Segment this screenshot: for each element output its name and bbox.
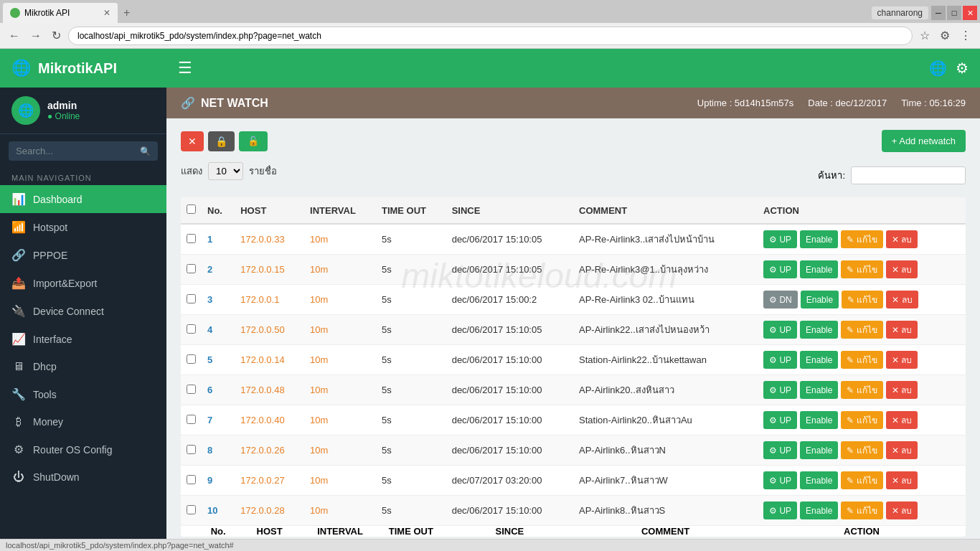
edit-button[interactable]: ✎ แก้ไข [842,291,883,309]
row-checkbox[interactable] [187,294,196,303]
row-checkbox[interactable] [187,385,196,394]
close-button[interactable]: ✕ [963,6,977,20]
menu-button[interactable]: ⋮ [957,26,974,45]
cell-action: ⚙ UP Enable ✎ แก้ไข ✕ ลบ [758,224,966,255]
status-button[interactable]: ⚙ DN [763,291,798,309]
delete-row-button[interactable]: ✕ ลบ [886,351,918,369]
lock-button[interactable]: 🔒 [208,131,235,151]
enable-button[interactable]: Enable [801,291,839,309]
row-checkbox[interactable] [187,234,196,243]
sidebar-item-importexport[interactable]: 📤 Import&Export [0,269,166,297]
status-button[interactable]: ⚙ UP [763,230,797,248]
search-input[interactable] [9,141,158,161]
enable-button[interactable]: Enable [800,411,838,429]
enable-button[interactable]: Enable [800,351,838,369]
delete-row-button[interactable]: ✕ ลบ [886,291,918,309]
cell-since: dec/06/2017 15:00:2 [446,285,573,315]
row-checkbox[interactable] [187,354,196,364]
status-button[interactable]: ⚙ UP [763,441,797,459]
edit-button[interactable]: ✎ แก้ไข [841,501,882,519]
enable-button[interactable]: Enable [800,321,838,339]
back-button[interactable]: ← [6,27,23,45]
cell-timeout: 5s [376,496,446,526]
unlock-button[interactable]: 🔓 [239,131,268,151]
cell-interval: 10m [304,405,376,435]
edit-button[interactable]: ✎ แก้ไข [841,381,882,399]
edit-button[interactable]: ✎ แก้ไข [841,471,882,489]
row-checkbox[interactable] [187,324,196,334]
delete-row-button[interactable]: ✕ ลบ [886,411,918,429]
delete-row-button[interactable]: ✕ ลบ [886,260,918,278]
money-icon: ₿ [11,415,26,428]
table-row: 3 172.0.0.1 10m 5s dec/06/2017 15:00:2 A… [181,285,966,315]
sidebar-item-deviceconnect[interactable]: 🔌 Device Connect [0,297,166,325]
enable-button[interactable]: Enable [800,471,838,489]
sidebar-item-interface[interactable]: 📈 Interface [0,325,166,353]
status-button[interactable]: ⚙ UP [763,411,797,429]
minimize-button[interactable]: ─ [931,6,946,20]
enable-button[interactable]: Enable [800,381,838,399]
bookmark-button[interactable]: ☆ [917,26,933,45]
sidebar-item-money[interactable]: ₿ Money [0,408,166,435]
delete-row-button[interactable]: ✕ ลบ [886,501,918,519]
enable-button[interactable]: Enable [800,230,838,248]
status-button[interactable]: ⚙ UP [763,471,797,489]
sidebar-item-dashboard[interactable]: 📊 Dashboard [0,185,166,213]
cell-comment: AP-Airlink7..หินสาวW [573,466,758,496]
delete-row-button[interactable]: ✕ ลบ [886,321,918,339]
edit-button[interactable]: ✎ แก้ไข [841,321,882,339]
settings-icon[interactable]: ⚙ [956,60,969,77]
edit-button[interactable]: ✎ แก้ไข [841,411,882,429]
delete-row-button[interactable]: ✕ ลบ [886,230,918,248]
status-button[interactable]: ⚙ UP [763,381,797,399]
hamburger-icon[interactable]: ☰ [178,59,192,77]
extensions-button[interactable]: ⚙ [937,26,953,45]
delete-row-button[interactable]: ✕ ลบ [886,441,918,459]
sidebar-item-dhcp[interactable]: 🖥 Dhcp [0,353,166,380]
sidebar-item-tools[interactable]: 🔧 Tools [0,380,166,408]
sidebar-item-shutdown[interactable]: ⏻ ShutDown [0,463,166,491]
enable-button[interactable]: Enable [800,260,838,278]
row-checkbox[interactable] [187,475,196,484]
maximize-button[interactable]: □ [947,6,961,20]
row-checkbox[interactable] [187,445,196,454]
enable-button[interactable]: Enable [800,441,838,459]
toolbar: ✕ 🔒 🔓 + Add netwatch [181,130,966,152]
delete-row-button[interactable]: ✕ ลบ [886,381,918,399]
table-footer-row: No. HOST INTERVAL TIME OUT SINCE COMMENT… [181,526,966,537]
reload-button[interactable]: ↻ [49,26,64,45]
forward-button[interactable]: → [27,27,44,45]
edit-button[interactable]: ✎ แก้ไข [841,230,882,248]
edit-button[interactable]: ✎ แก้ไข [841,260,882,278]
row-checkbox[interactable] [187,505,196,514]
address-bar[interactable] [68,27,913,45]
table-row: 5 172.0.0.14 10m 5s dec/06/2017 15:10:00… [181,345,966,375]
row-checkbox[interactable] [187,264,196,273]
status-button[interactable]: ⚙ UP [763,260,797,278]
table-search-input[interactable] [851,166,966,184]
tab-close-button[interactable]: ✕ [103,8,110,18]
enable-button[interactable]: Enable [800,501,838,519]
footer-interval: INTERVAL [304,526,376,537]
cell-action: ⚙ UP Enable ✎ แก้ไข ✕ ลบ [758,496,966,526]
show-select[interactable]: 10 25 50 [208,162,243,180]
select-all-checkbox[interactable] [187,204,196,214]
status-button[interactable]: ⚙ UP [763,321,797,339]
footer-since: SINCE [446,526,573,537]
delete-button[interactable]: ✕ [181,131,204,151]
browser-user: channarong [872,6,928,19]
add-netwatch-button[interactable]: + Add netwatch [882,130,966,152]
browser-nav: ← → ↻ ☆ ⚙ ⋮ [0,23,980,49]
new-tab-button[interactable]: + [119,6,134,19]
row-checkbox[interactable] [187,415,196,424]
edit-button[interactable]: ✎ แก้ไข [841,441,882,459]
status-button[interactable]: ⚙ UP [763,501,797,519]
sidebar-item-hotspot[interactable]: 📶 Hotspot [0,213,166,241]
browser-globe-icon[interactable]: 🌐 [929,60,947,77]
sidebar-item-routeros[interactable]: ⚙ Router OS Config [0,435,166,463]
delete-row-button[interactable]: ✕ ลบ [886,471,918,489]
sidebar-item-pppoe[interactable]: 🔗 PPPOE [0,241,166,269]
table-row: 9 172.0.0.27 10m 5s dec/07/2017 03:20:00… [181,466,966,496]
edit-button[interactable]: ✎ แก้ไข [841,351,882,369]
status-button[interactable]: ⚙ UP [763,351,797,369]
